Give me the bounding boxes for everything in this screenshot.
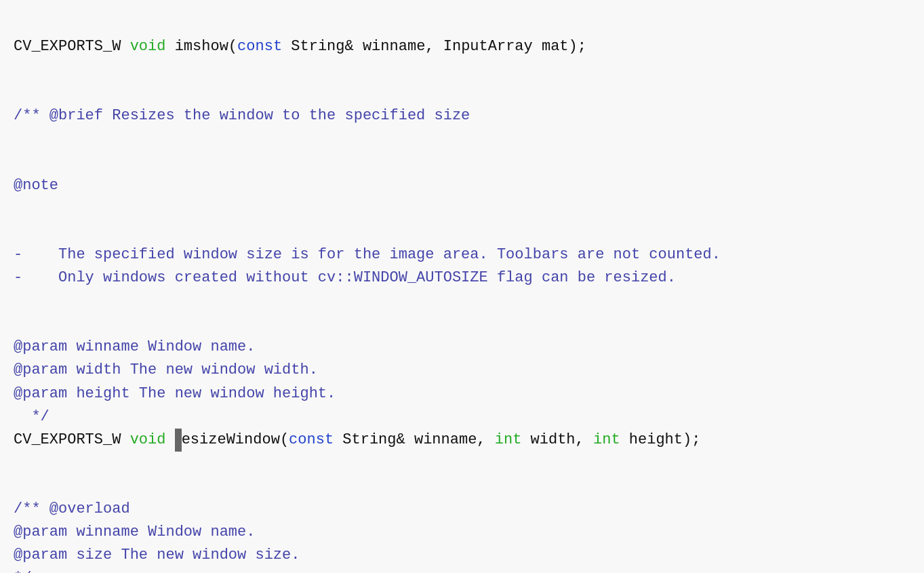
param-size: @param size The new window size. [14, 547, 300, 564]
code-text: width, [521, 431, 593, 448]
blank-line-3 [14, 197, 910, 220]
end-comment-2: */ [14, 570, 31, 573]
bullet-line-1: - The specified window size is for the i… [14, 246, 721, 263]
comment-resizes-brief: /** @brief Resizes the window to the spe… [14, 107, 470, 124]
blank-line-1 [14, 58, 910, 81]
code-text: imshow( [165, 38, 237, 55]
code-editor: CV_EXPORTS_W void imshow(const String& w… [14, 12, 910, 573]
param-winname-1: @param winname Window name. [14, 338, 255, 355]
comment-text: /** @brief Resizes the window to the spe… [14, 107, 470, 124]
line-cv-exports-resize1: CV_EXPORTS_W void resizeWindow(const Str… [14, 431, 700, 448]
note-text: @note [14, 177, 58, 194]
bullet1-text: - The specified window size is for the i… [14, 246, 721, 263]
code-text: String& winname, InputArray mat); [282, 38, 586, 55]
overload-comment: /** @overload [14, 500, 130, 517]
end-comment-2-text: */ [14, 570, 31, 573]
blank-line-5 [14, 452, 910, 475]
const-keyword-2: const [289, 431, 334, 448]
overload-text: /** @overload [14, 500, 130, 517]
param-winname-2: @param winname Window name. [14, 523, 255, 540]
cursor-block: resizeWindow( [175, 431, 289, 448]
param-width: @param width The new window width. [14, 361, 318, 378]
const-keyword: const [237, 38, 282, 55]
code-text [165, 431, 174, 448]
param-height-text: @param height The new window height. [14, 385, 336, 402]
end-comment-1-text: */ [14, 408, 49, 425]
line-cv-exports-imshow: CV_EXPORTS_W void imshow(const String& w… [14, 38, 586, 55]
param-width-text: @param width The new window width. [14, 361, 318, 378]
blank-line-4 [14, 290, 910, 313]
code-text: CV_EXPORTS_W [14, 38, 130, 55]
code-text: CV_EXPORTS_W [14, 431, 130, 448]
void-keyword-2: void [130, 431, 166, 448]
int-keyword-2: int [593, 431, 620, 448]
void-keyword: void [130, 38, 166, 55]
note-tag: @note [14, 177, 58, 194]
bullet-line-2: - Only windows created without cv::WINDO… [14, 269, 676, 286]
param-height: @param height The new window height. [14, 385, 336, 402]
int-keyword-1: int [495, 431, 522, 448]
blank-line-2 [14, 127, 910, 151]
param-size-text: @param size The new window size. [14, 547, 300, 564]
param-winname-2-text: @param winname Window name. [14, 523, 255, 540]
end-comment-1: */ [14, 408, 49, 425]
code-text: height); [620, 431, 701, 448]
code-text: String& winname, [334, 431, 495, 448]
param-winname-1-text: @param winname Window name. [14, 338, 255, 355]
bullet2-text: - Only windows created without cv::WINDO… [14, 269, 676, 286]
